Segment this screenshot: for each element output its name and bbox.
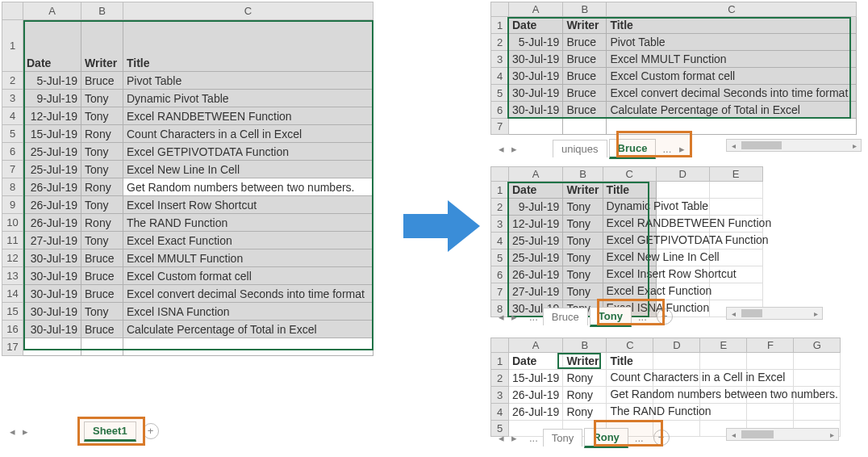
hdr-cell[interactable]: Title (607, 353, 653, 370)
cell-title[interactable]: Excel Custom format cell (607, 68, 857, 85)
tab-more-right-icon[interactable]: ... (633, 311, 652, 323)
row-hdr[interactable]: 15 (2, 303, 23, 321)
row-hdr[interactable]: 11 (2, 232, 23, 249)
col-hdr-c[interactable]: C (607, 338, 653, 353)
cell-writer[interactable]: Bruce (81, 285, 123, 303)
col-hdr-a[interactable]: A (509, 338, 563, 353)
cell-date[interactable]: 9-Jul-19 (23, 90, 81, 107)
row-hdr[interactable]: 4 (2, 107, 23, 125)
row-hdr[interactable]: 7 (491, 119, 509, 135)
cell-date[interactable]: 26-Jul-19 (23, 196, 81, 214)
row-hdr[interactable]: 14 (2, 285, 23, 303)
hdr-cell[interactable]: Date (509, 353, 563, 370)
row-hdr[interactable]: 6 (491, 102, 509, 119)
row-hdr[interactable]: 8 (2, 178, 23, 196)
nav-prev-icon[interactable]: ▸ (508, 143, 520, 155)
col-hdr-f[interactable]: F (747, 338, 794, 353)
cell-writer[interactable]: Rony (563, 404, 607, 421)
tab-more-right-icon[interactable]: ... (630, 432, 649, 444)
tab-scroll-icon[interactable]: ▸ (676, 143, 687, 155)
scroll-thumb[interactable] (741, 309, 762, 317)
col-hdr-b[interactable]: B (563, 338, 607, 353)
cell-date[interactable]: 25-Jul-19 (509, 233, 563, 249)
cell-date[interactable]: 25-Jul-19 (23, 143, 81, 161)
cell-title[interactable]: The RAND Function (607, 404, 653, 421)
row-hdr[interactable]: 9 (2, 196, 23, 214)
cell-title[interactable]: Excel Custom format cell (123, 267, 373, 285)
row-hdr[interactable]: 4 (491, 68, 509, 85)
cell-date[interactable]: 30-Jul-19 (509, 85, 563, 102)
cell-empty[interactable] (747, 353, 794, 370)
col-hdr-e[interactable]: E (709, 167, 762, 182)
tab-more-left-icon[interactable]: ... (524, 311, 543, 323)
cell-title[interactable] (123, 338, 373, 356)
bruce-grid[interactable]: A B C 1DateWriterTitle25-Jul-19BrucePivo… (490, 2, 857, 135)
scroll-right-icon[interactable]: ▸ (848, 141, 861, 150)
col-hdr-a[interactable]: A (509, 167, 563, 182)
row-hdr[interactable]: 5 (491, 249, 509, 266)
col-hdr-b[interactable]: B (563, 2, 607, 17)
cell-title[interactable]: Excel MMULT Function (123, 249, 373, 267)
row-hdr[interactable]: 10 (2, 214, 23, 232)
tony-grid[interactable]: A B C D E 1DateWriterTitle29-Jul-19TonyD… (490, 166, 763, 317)
tab-add-button[interactable]: + (143, 423, 159, 439)
row-hdr[interactable]: 2 (491, 370, 509, 387)
hdr-cell[interactable]: Date (509, 182, 563, 199)
cell-empty[interactable] (653, 353, 700, 370)
col-hdr-b[interactable]: B (81, 2, 123, 20)
cell-writer[interactable]: Tony (563, 283, 603, 300)
cell-title[interactable]: Get Random numbers between two numbers. (607, 387, 653, 404)
cell-title[interactable]: Excel New Line In Cell (603, 249, 656, 266)
cell-date[interactable]: 27-Jul-19 (23, 232, 81, 249)
cell-writer[interactable]: Rony (81, 214, 123, 232)
cell-date[interactable]: 26-Jul-19 (509, 266, 563, 283)
scroll-right-icon[interactable]: ▸ (825, 430, 838, 439)
cell-title[interactable]: Dynamic Pivot Table (603, 199, 656, 216)
cell-writer[interactable]: Bruce (81, 267, 123, 285)
scroll-thumb[interactable] (741, 141, 782, 149)
nav-prev-icon[interactable]: ▸ (508, 311, 520, 323)
scroll-left-icon[interactable]: ◂ (727, 430, 740, 439)
cell-date[interactable]: 30-Jul-19 (509, 68, 563, 85)
hdr-cell[interactable]: Title (607, 17, 857, 34)
cell-date[interactable]: 30-Jul-19 (23, 249, 81, 267)
col-hdr-d[interactable]: D (653, 338, 700, 353)
cell-title[interactable]: Excel GETPIVOTDATA Function (123, 143, 373, 161)
tab-uniques[interactable]: uniques (553, 140, 607, 157)
row-hdr[interactable]: 3 (491, 216, 509, 233)
cell-writer[interactable]: Rony (81, 125, 123, 143)
cell-writer[interactable]: Tony (81, 232, 123, 249)
cell-date[interactable]: 26-Jul-19 (23, 178, 81, 196)
hdr-cell[interactable]: Title (603, 182, 656, 199)
cell-date[interactable]: 15-Jul-19 (23, 125, 81, 143)
cell-writer[interactable]: Tony (563, 216, 603, 233)
cell-writer[interactable] (563, 119, 607, 135)
cell-title[interactable]: Excel RANDBETWEEN Function (603, 216, 656, 233)
hdr-cell[interactable]: Writer (563, 353, 607, 370)
cell-title[interactable]: Excel New Line In Cell (123, 161, 373, 178)
cell-title[interactable]: Calculate Percentage of Total in Excel (123, 321, 373, 338)
col-hdr-g[interactable]: G (794, 338, 841, 353)
select-all-corner[interactable] (491, 2, 509, 17)
select-all-corner[interactable] (491, 167, 509, 182)
cell-writer[interactable]: Bruce (81, 321, 123, 338)
cell-writer[interactable]: Bruce (563, 34, 607, 51)
cell-title[interactable]: The RAND Function (123, 214, 373, 232)
row-hdr[interactable]: 5 (491, 85, 509, 102)
col-hdr-e[interactable]: E (700, 338, 747, 353)
cell-writer[interactable]: Bruce (81, 249, 123, 267)
cell-title[interactable]: Count Characters in a Cell in Excel (123, 125, 373, 143)
cell-title[interactable]: Get Random numbers between two numbers. (123, 178, 373, 196)
cell-title[interactable]: Excel Insert Row Shortcut (603, 266, 656, 283)
h-scrollbar[interactable]: ◂ ▸ (726, 307, 823, 320)
cell-title[interactable]: Excel convert decimal Seconds into time … (123, 285, 373, 303)
cell-title[interactable]: Excel Insert Row Shortcut (123, 196, 373, 214)
row-hdr[interactable]: 1 (2, 20, 23, 72)
cell-date[interactable]: 12-Jul-19 (509, 216, 563, 233)
hdr-date[interactable]: Date (23, 20, 81, 72)
cell-writer[interactable]: Bruce (81, 72, 123, 90)
scroll-thumb[interactable] (741, 430, 774, 438)
nav-first-icon[interactable]: ◂ (495, 432, 507, 444)
cell-writer[interactable]: Tony (563, 233, 603, 249)
scroll-left-icon[interactable]: ◂ (727, 141, 740, 150)
